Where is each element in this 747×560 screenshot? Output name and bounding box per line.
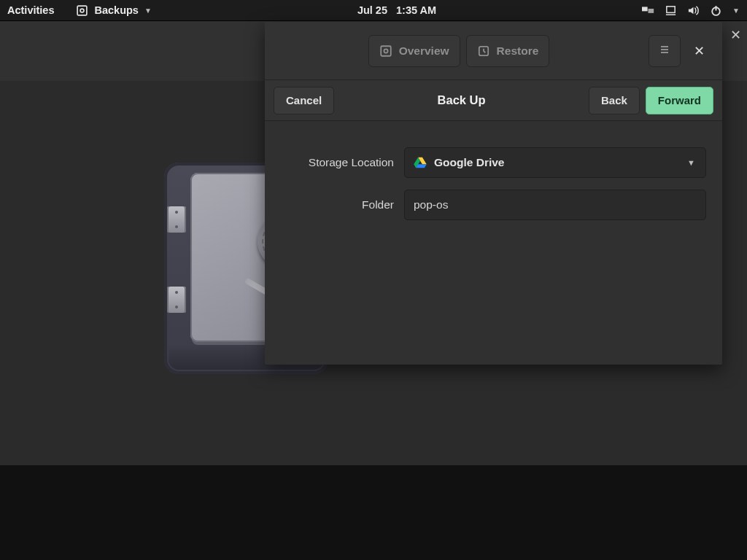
storage-location-selected: Google Drive (434, 156, 504, 169)
panel-app-name: Backups (94, 4, 138, 16)
backup-dialog: Overview Restore ✕ Cancel Back Up (265, 22, 722, 365)
network-wired-icon[interactable] (665, 4, 677, 17)
folder-input[interactable]: pop-os (404, 190, 706, 220)
tab-overview[interactable]: Overview (368, 35, 460, 67)
tab-restore-label: Restore (497, 44, 539, 58)
backups-app-icon (76, 4, 88, 17)
storage-location-combobox[interactable]: Google Drive ▼ (404, 147, 706, 178)
svg-point-1 (81, 9, 85, 12)
restore-icon (477, 44, 490, 58)
dialog-action-bar: Cancel Back Up Back Forward (265, 80, 722, 121)
system-menu-chevron-icon[interactable]: ▼ (732, 7, 740, 15)
activities-button[interactable]: Activities (7, 4, 54, 16)
tab-overview-label: Overview (399, 44, 449, 58)
desktop-background (0, 465, 747, 560)
panel-clock[interactable]: Jul 25 1:35 AM (152, 4, 642, 16)
volume-icon[interactable] (687, 4, 700, 17)
combobox-arrow-icon: ▼ (687, 158, 695, 167)
hamburger-menu-button[interactable] (649, 35, 681, 67)
folder-input-value: pop-os (414, 198, 448, 211)
panel-app-menu[interactable]: Backups ▼ (76, 4, 151, 17)
dialog-headerbar: Overview Restore ✕ (265, 22, 722, 80)
folder-label: Folder (281, 198, 394, 211)
tab-restore[interactable]: Restore (466, 35, 550, 67)
window-close-icon[interactable]: ✕ (730, 27, 741, 43)
forward-button[interactable]: Forward (646, 87, 713, 114)
back-button[interactable]: Back (589, 87, 640, 114)
chevron-down-icon: ▼ (144, 7, 152, 15)
power-icon[interactable] (710, 4, 722, 17)
dialog-body: Storage Location Google Drive ▼ Folder p… (265, 121, 722, 365)
google-drive-icon (414, 157, 427, 168)
svg-rect-4 (667, 6, 675, 12)
panel-date: Jul 25 (357, 4, 387, 16)
svg-rect-0 (78, 6, 88, 15)
svg-rect-2 (642, 7, 648, 11)
storage-location-label: Storage Location (281, 156, 394, 169)
svg-rect-3 (649, 8, 654, 12)
workspace-indicator-icon[interactable] (642, 4, 654, 17)
dialog-close-button[interactable]: ✕ (686, 36, 712, 66)
dialog-title: Back Up (438, 93, 486, 107)
cancel-button[interactable]: Cancel (274, 87, 334, 114)
svg-point-7 (384, 49, 387, 52)
overview-icon (379, 44, 392, 58)
hamburger-icon (659, 44, 670, 58)
svg-rect-6 (381, 46, 391, 56)
top-panel: Activities Backups ▼ Jul 25 1:35 AM (0, 0, 747, 20)
panel-time: 1:35 AM (396, 4, 436, 16)
